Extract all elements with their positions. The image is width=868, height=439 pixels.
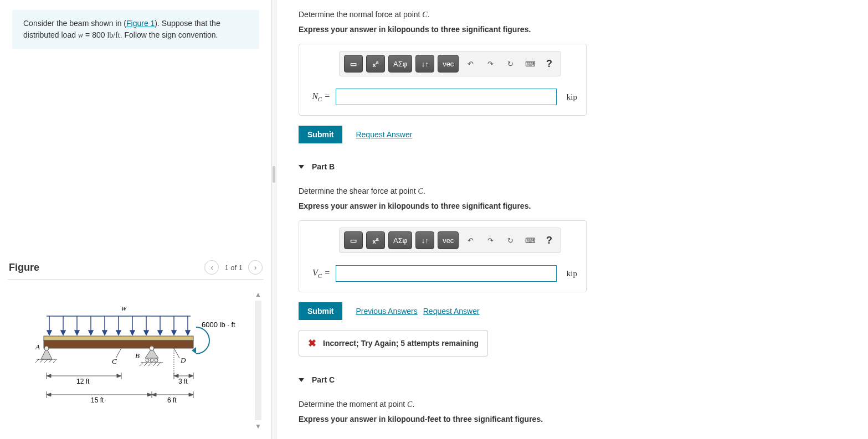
partB-instructions: Express your answer in kilopounds to thr… <box>299 202 846 210</box>
svg-marker-16 <box>144 330 148 335</box>
svg-line-31 <box>44 359 48 363</box>
partC-header[interactable]: Part C <box>299 375 846 384</box>
template-button[interactable]: ▭ <box>344 55 363 73</box>
partB-header[interactable]: Part B <box>299 162 846 171</box>
svg-point-36 <box>146 359 149 362</box>
svg-point-27 <box>44 346 49 350</box>
label-moment: 6000 lb · ft <box>202 321 235 329</box>
label-C: C <box>112 357 117 365</box>
greek-button[interactable]: ΑΣφ <box>388 55 412 73</box>
svg-marker-52 <box>117 374 121 378</box>
svg-marker-61 <box>47 393 51 396</box>
sqrt-button[interactable]: xa <box>366 231 385 249</box>
svg-line-43 <box>153 363 156 366</box>
figure-canvas: w 6000 lb · ft A <box>8 288 253 432</box>
partA-input-row: NC = kip <box>308 89 577 105</box>
reset-button[interactable]: ↻ <box>502 231 518 249</box>
caret-down-icon <box>299 378 304 382</box>
redo-button[interactable]: ↷ <box>482 55 499 73</box>
arrows-button[interactable]: ↓↑ <box>415 55 434 73</box>
svg-marker-8 <box>89 330 93 335</box>
figure-prev-button[interactable]: ‹ <box>204 260 219 275</box>
svg-rect-24 <box>44 340 193 348</box>
partC-prompt: Determine the moment at point C. <box>299 400 846 409</box>
partB-actions: Submit Previous Answers Request Answer <box>299 302 846 320</box>
reset-button[interactable]: ↻ <box>502 55 518 73</box>
svg-marker-2 <box>47 330 52 335</box>
partA-submit-button[interactable]: Submit <box>299 126 342 143</box>
figure-pager: ‹ 1 of 1 › <box>204 260 263 275</box>
figure-scrollbar[interactable]: ▲ ▼ <box>253 288 264 432</box>
svg-rect-23 <box>44 336 193 340</box>
dim-15ft: 15 ft <box>91 396 104 404</box>
partB-previous-answers-link[interactable]: Previous Answers <box>356 307 417 316</box>
svg-point-37 <box>150 359 153 362</box>
vec-button[interactable]: vec <box>438 231 459 249</box>
svg-line-40 <box>140 363 143 366</box>
svg-marker-14 <box>130 330 135 335</box>
scroll-down-icon[interactable]: ▼ <box>255 422 261 430</box>
svg-marker-66 <box>189 393 193 396</box>
svg-line-42 <box>148 363 152 366</box>
svg-line-33 <box>53 359 57 363</box>
drag-handle-icon[interactable] <box>273 166 275 183</box>
vec-button[interactable]: vec <box>438 55 459 73</box>
sqrt-button[interactable]: xa <box>366 55 385 73</box>
dim-6ft: 6 ft <box>167 396 177 404</box>
svg-line-32 <box>49 359 52 363</box>
partA-request-answer-link[interactable]: Request Answer <box>356 130 412 139</box>
partB-request-answer-link[interactable]: Request Answer <box>423 307 480 316</box>
dim-3ft: 3 ft <box>178 378 188 385</box>
right-column: Determine the normal force at point C. E… <box>276 0 868 439</box>
undo-button[interactable]: ↶ <box>462 231 479 249</box>
partA-answer-input[interactable] <box>336 89 557 105</box>
help-button[interactable]: ? <box>542 231 556 249</box>
equation-toolbar: ▭ xa ΑΣφ ↓↑ vec ↶ ↷ ↻ ⌨ ? <box>339 51 561 76</box>
left-column: Consider the beam shown in (Figure 1). S… <box>0 0 271 439</box>
svg-marker-51 <box>47 374 51 378</box>
svg-marker-56 <box>174 374 178 378</box>
svg-marker-22 <box>186 330 190 335</box>
figure-link[interactable]: Figure 1 <box>126 19 155 28</box>
svg-point-35 <box>150 346 154 350</box>
partB-answer-input[interactable] <box>336 265 557 282</box>
svg-line-44 <box>157 363 161 366</box>
partA-unit: kip <box>567 92 577 102</box>
partA-variable: NC = <box>308 91 330 102</box>
redo-button[interactable]: ↷ <box>482 231 499 249</box>
partB-answer-box: ▭ xa ΑΣφ ↓↑ vec ↶ ↷ ↻ ⌨ ? VC = kip <box>299 220 587 292</box>
keyboard-button[interactable]: ⌨ <box>522 55 538 73</box>
svg-line-30 <box>40 359 43 363</box>
svg-marker-18 <box>158 330 162 335</box>
problem-statement: Consider the beam shown in (Figure 1). S… <box>12 10 259 49</box>
svg-line-41 <box>144 363 147 366</box>
figure-body: w 6000 lb · ft A <box>8 288 264 432</box>
scroll-up-icon[interactable]: ▲ <box>255 291 261 298</box>
partB-unit: kip <box>567 269 577 278</box>
page: Consider the beam shown in (Figure 1). S… <box>0 0 868 439</box>
help-button[interactable]: ? <box>542 55 556 73</box>
greek-button[interactable]: ΑΣφ <box>388 231 412 249</box>
svg-marker-57 <box>189 374 193 378</box>
figure-title: Figure <box>9 262 39 273</box>
svg-point-38 <box>155 359 158 362</box>
template-button[interactable]: ▭ <box>344 231 363 249</box>
undo-button[interactable]: ↶ <box>462 55 479 73</box>
keyboard-button[interactable]: ⌨ <box>522 231 538 249</box>
figure-next-button[interactable]: › <box>248 260 263 275</box>
svg-marker-20 <box>172 330 176 335</box>
equation-toolbar-b: ▭ xa ΑΣφ ↓↑ vec ↶ ↷ ↻ ⌨ ? <box>339 228 561 253</box>
arrows-button[interactable]: ↓↑ <box>415 231 434 249</box>
svg-marker-65 <box>152 393 156 396</box>
partA-answer-box: ▭ xa ΑΣφ ↓↑ vec ↶ ↷ ↻ ⌨ ? NC = kip <box>299 44 587 116</box>
partB-submit-button[interactable]: Submit <box>299 302 342 320</box>
pane-divider[interactable] <box>271 0 276 439</box>
caret-down-icon <box>299 165 304 169</box>
beam-diagram: w 6000 lb · ft A <box>8 288 251 421</box>
scroll-track[interactable] <box>255 301 261 420</box>
partB-input-row: VC = kip <box>308 265 577 282</box>
label-D: D <box>180 356 186 364</box>
partA-prompt: Determine the normal force at point C. <box>299 10 846 19</box>
svg-marker-6 <box>75 330 79 335</box>
partB-prompt: Determine the shear force at point C. <box>299 187 846 196</box>
